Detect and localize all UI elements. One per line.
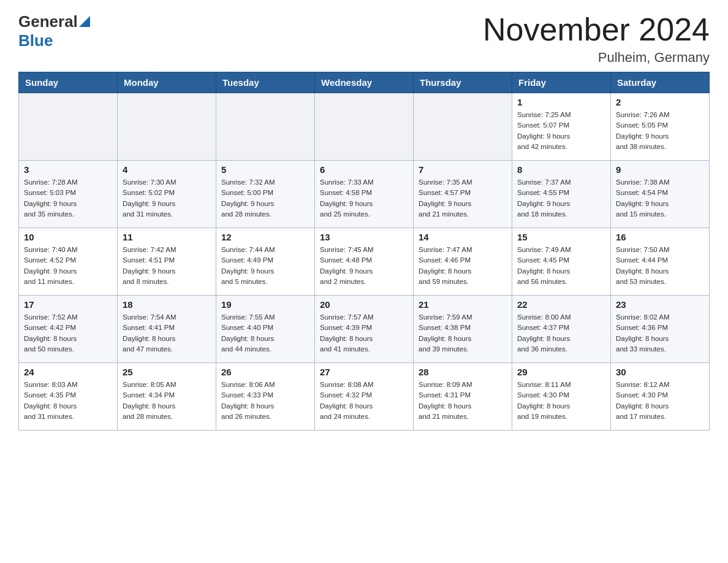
table-row: 14Sunrise: 7:47 AM Sunset: 4:46 PM Dayli…	[414, 228, 512, 296]
day-number: 4	[123, 164, 211, 175]
table-row: 7Sunrise: 7:35 AM Sunset: 4:57 PM Daylig…	[414, 161, 512, 228]
day-info: Sunrise: 7:57 AM Sunset: 4:39 PM Dayligh…	[320, 312, 408, 354]
day-info: Sunrise: 7:38 AM Sunset: 4:54 PM Dayligh…	[616, 177, 704, 220]
calendar-week-row: 1Sunrise: 7:25 AM Sunset: 5:07 PM Daylig…	[19, 93, 710, 161]
page-header: General Blue November 2024 Pulheim, Germ…	[18, 12, 710, 66]
day-number: 3	[24, 164, 112, 175]
month-title: November 2024	[483, 12, 710, 47]
day-number: 2	[616, 97, 704, 107]
day-number: 7	[419, 164, 507, 175]
day-number: 29	[517, 367, 605, 377]
day-number: 1	[517, 97, 605, 107]
day-info: Sunrise: 7:50 AM Sunset: 4:44 PM Dayligh…	[616, 245, 704, 287]
day-number: 16	[616, 232, 704, 242]
table-row: 8Sunrise: 7:37 AM Sunset: 4:55 PM Daylig…	[512, 161, 611, 228]
table-row: 27Sunrise: 8:08 AM Sunset: 4:32 PM Dayli…	[315, 363, 414, 431]
table-row: 25Sunrise: 8:05 AM Sunset: 4:34 PM Dayli…	[118, 363, 216, 431]
table-row: 9Sunrise: 7:38 AM Sunset: 4:54 PM Daylig…	[611, 161, 710, 228]
table-row	[414, 93, 512, 161]
table-row: 2Sunrise: 7:26 AM Sunset: 5:05 PM Daylig…	[611, 93, 710, 161]
day-info: Sunrise: 8:11 AM Sunset: 4:30 PM Dayligh…	[517, 380, 605, 422]
table-row	[315, 93, 414, 161]
header-monday: Monday	[118, 72, 216, 93]
header-thursday: Thursday	[414, 72, 512, 93]
calendar-header-row: Sunday Monday Tuesday Wednesday Thursday…	[19, 72, 710, 93]
calendar-table: Sunday Monday Tuesday Wednesday Thursday…	[18, 72, 710, 431]
header-wednesday: Wednesday	[315, 72, 414, 93]
calendar-week-row: 24Sunrise: 8:03 AM Sunset: 4:35 PM Dayli…	[19, 363, 710, 431]
day-number: 30	[616, 367, 704, 377]
svg-marker-0	[79, 16, 90, 27]
table-row	[118, 93, 216, 161]
day-number: 28	[419, 367, 507, 377]
table-row: 6Sunrise: 7:33 AM Sunset: 4:58 PM Daylig…	[315, 161, 414, 228]
table-row: 11Sunrise: 7:42 AM Sunset: 4:51 PM Dayli…	[118, 228, 216, 296]
day-info: Sunrise: 7:45 AM Sunset: 4:48 PM Dayligh…	[320, 245, 408, 287]
day-number: 6	[320, 164, 408, 175]
day-info: Sunrise: 7:25 AM Sunset: 5:07 PM Dayligh…	[517, 110, 605, 152]
table-row: 3Sunrise: 7:28 AM Sunset: 5:03 PM Daylig…	[19, 161, 118, 228]
day-info: Sunrise: 7:55 AM Sunset: 4:40 PM Dayligh…	[221, 312, 309, 354]
day-info: Sunrise: 8:03 AM Sunset: 4:35 PM Dayligh…	[24, 380, 112, 422]
day-number: 26	[221, 367, 309, 377]
header-saturday: Saturday	[611, 72, 710, 93]
title-block: November 2024 Pulheim, Germany	[483, 12, 710, 66]
day-info: Sunrise: 7:30 AM Sunset: 5:02 PM Dayligh…	[123, 177, 211, 220]
day-info: Sunrise: 7:59 AM Sunset: 4:38 PM Dayligh…	[419, 312, 507, 354]
day-number: 20	[320, 299, 408, 310]
day-info: Sunrise: 8:12 AM Sunset: 4:30 PM Dayligh…	[616, 380, 704, 422]
location: Pulheim, Germany	[483, 50, 710, 66]
day-number: 11	[123, 232, 211, 242]
table-row: 29Sunrise: 8:11 AM Sunset: 4:30 PM Dayli…	[512, 363, 611, 431]
table-row: 30Sunrise: 8:12 AM Sunset: 4:30 PM Dayli…	[611, 363, 710, 431]
calendar-week-row: 3Sunrise: 7:28 AM Sunset: 5:03 PM Daylig…	[19, 161, 710, 228]
calendar-week-row: 17Sunrise: 7:52 AM Sunset: 4:42 PM Dayli…	[19, 296, 710, 363]
day-info: Sunrise: 7:54 AM Sunset: 4:41 PM Dayligh…	[123, 312, 211, 354]
table-row: 16Sunrise: 7:50 AM Sunset: 4:44 PM Dayli…	[611, 228, 710, 296]
day-info: Sunrise: 7:52 AM Sunset: 4:42 PM Dayligh…	[24, 312, 112, 354]
header-tuesday: Tuesday	[216, 72, 315, 93]
day-number: 8	[517, 164, 605, 175]
day-number: 14	[419, 232, 507, 242]
table-row: 26Sunrise: 8:06 AM Sunset: 4:33 PM Dayli…	[216, 363, 315, 431]
day-number: 25	[123, 367, 211, 377]
day-number: 17	[24, 299, 112, 310]
table-row: 13Sunrise: 7:45 AM Sunset: 4:48 PM Dayli…	[315, 228, 414, 296]
table-row	[19, 93, 118, 161]
day-number: 15	[517, 232, 605, 242]
day-info: Sunrise: 7:42 AM Sunset: 4:51 PM Dayligh…	[123, 245, 211, 287]
table-row: 19Sunrise: 7:55 AM Sunset: 4:40 PM Dayli…	[216, 296, 315, 363]
day-number: 19	[221, 299, 309, 310]
header-friday: Friday	[512, 72, 611, 93]
day-info: Sunrise: 7:49 AM Sunset: 4:45 PM Dayligh…	[517, 245, 605, 287]
day-info: Sunrise: 8:09 AM Sunset: 4:31 PM Dayligh…	[419, 380, 507, 422]
logo-blue-text: Blue	[18, 31, 53, 50]
logo: General Blue	[18, 12, 90, 50]
header-sunday: Sunday	[19, 72, 118, 93]
table-row: 23Sunrise: 8:02 AM Sunset: 4:36 PM Dayli…	[611, 296, 710, 363]
day-info: Sunrise: 8:06 AM Sunset: 4:33 PM Dayligh…	[221, 380, 309, 422]
day-info: Sunrise: 7:33 AM Sunset: 4:58 PM Dayligh…	[320, 177, 408, 220]
day-number: 22	[517, 299, 605, 310]
day-number: 12	[221, 232, 309, 242]
day-info: Sunrise: 7:37 AM Sunset: 4:55 PM Dayligh…	[517, 177, 605, 220]
logo-triangle-icon	[79, 13, 90, 27]
calendar-week-row: 10Sunrise: 7:40 AM Sunset: 4:52 PM Dayli…	[19, 228, 710, 296]
day-info: Sunrise: 7:44 AM Sunset: 4:49 PM Dayligh…	[221, 245, 309, 287]
day-info: Sunrise: 8:08 AM Sunset: 4:32 PM Dayligh…	[320, 380, 408, 422]
day-number: 24	[24, 367, 112, 377]
day-number: 18	[123, 299, 211, 310]
day-info: Sunrise: 8:02 AM Sunset: 4:36 PM Dayligh…	[616, 312, 704, 354]
table-row: 4Sunrise: 7:30 AM Sunset: 5:02 PM Daylig…	[118, 161, 216, 228]
day-number: 27	[320, 367, 408, 377]
table-row: 18Sunrise: 7:54 AM Sunset: 4:41 PM Dayli…	[118, 296, 216, 363]
day-info: Sunrise: 7:35 AM Sunset: 4:57 PM Dayligh…	[419, 177, 507, 220]
table-row: 5Sunrise: 7:32 AM Sunset: 5:00 PM Daylig…	[216, 161, 315, 228]
table-row: 12Sunrise: 7:44 AM Sunset: 4:49 PM Dayli…	[216, 228, 315, 296]
table-row: 21Sunrise: 7:59 AM Sunset: 4:38 PM Dayli…	[414, 296, 512, 363]
table-row: 28Sunrise: 8:09 AM Sunset: 4:31 PM Dayli…	[414, 363, 512, 431]
day-info: Sunrise: 8:05 AM Sunset: 4:34 PM Dayligh…	[123, 380, 211, 422]
day-info: Sunrise: 7:32 AM Sunset: 5:00 PM Dayligh…	[221, 177, 309, 220]
day-number: 21	[419, 299, 507, 310]
day-number: 5	[221, 164, 309, 175]
